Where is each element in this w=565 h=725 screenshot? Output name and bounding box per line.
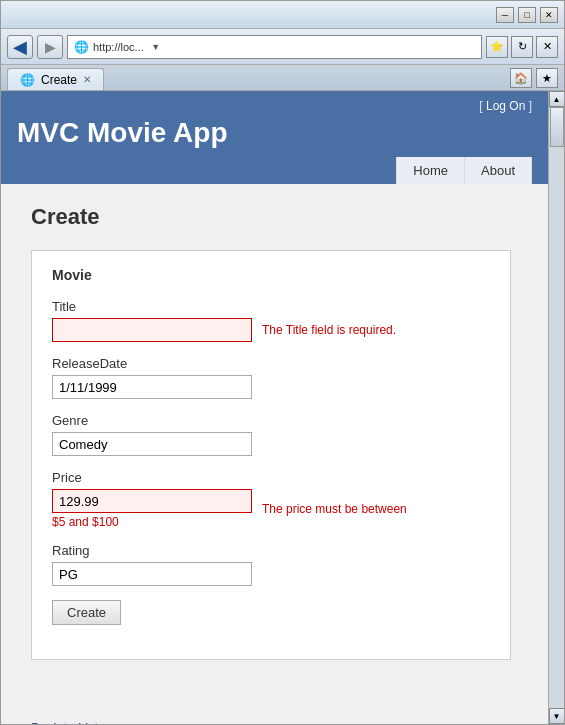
scroll-track[interactable]: [549, 107, 564, 708]
submit-group: Create: [52, 600, 490, 625]
minimize-button[interactable]: ─: [496, 7, 514, 23]
favorites-star-button[interactable]: ★: [536, 68, 558, 88]
field-group-title: Title The Title field is required.: [52, 299, 490, 342]
price-validation-error-below: $5 and $100: [52, 515, 252, 529]
site-header: [ Log On ] MVC Movie App Home About: [1, 91, 548, 184]
scroll-up-button[interactable]: ▲: [549, 91, 565, 107]
back-to-list-link[interactable]: Back to List: [31, 720, 98, 724]
restore-button[interactable]: □: [518, 7, 536, 23]
stop-button[interactable]: ✕: [536, 36, 558, 58]
log-on-link[interactable]: Log On: [486, 99, 525, 113]
form-container: Movie Title The Title field is required.…: [31, 250, 511, 660]
price-validation-error: The price must be between: [262, 502, 407, 516]
browser-right-tabs: 🏠 ★: [510, 68, 558, 90]
page-content: [ Log On ] MVC Movie App Home About Crea…: [1, 91, 564, 724]
nav-bar: Home About: [17, 157, 532, 184]
title-bar-buttons: ─ □ ✕: [496, 7, 558, 23]
page-body: Create Movie Title The Title field is re…: [1, 184, 548, 690]
release-date-label: ReleaseDate: [52, 356, 490, 371]
log-on-bar: [ Log On ]: [17, 99, 532, 113]
favorites-button[interactable]: ⭐: [486, 36, 508, 58]
tab-icon: 🌐: [20, 73, 35, 87]
refresh-button[interactable]: ↻: [511, 36, 533, 58]
price-field-row: $5 and $100 The price must be between: [52, 489, 490, 529]
title-validation-error: The Title field is required.: [262, 323, 396, 337]
scroll-thumb[interactable]: [550, 107, 564, 147]
title-field-row: The Title field is required.: [52, 318, 490, 342]
scrollbar: ▲ ▼: [548, 91, 564, 724]
main-area: [ Log On ] MVC Movie App Home About Crea…: [1, 91, 548, 724]
toolbar-actions: ⭐ ↻ ✕: [486, 36, 558, 58]
price-label: Price: [52, 470, 490, 485]
release-date-input[interactable]: [52, 375, 252, 399]
browser-tab-create[interactable]: 🌐 Create ✕: [7, 68, 104, 90]
log-on-suffix: ]: [525, 99, 532, 113]
tab-title: Create: [41, 73, 77, 87]
address-icon: 🌐: [74, 40, 89, 54]
bottom-section: Back to List: [1, 690, 548, 724]
close-button[interactable]: ✕: [540, 7, 558, 23]
tab-close-icon[interactable]: ✕: [83, 74, 91, 85]
address-dropdown-icon[interactable]: ▼: [148, 42, 164, 52]
form-legend: Movie: [52, 267, 490, 283]
create-button[interactable]: Create: [52, 600, 121, 625]
tab-bar: 🌐 Create ✕ 🏠 ★: [1, 65, 564, 91]
forward-nav-button[interactable]: ▶: [37, 35, 63, 59]
field-group-release-date: ReleaseDate: [52, 356, 490, 399]
toolbar: ◀ ▶ 🌐 http://loc... ▼ ⭐ ↻ ✕: [1, 29, 564, 65]
back-nav-button[interactable]: ◀: [7, 35, 33, 59]
field-group-genre: Genre: [52, 413, 490, 456]
field-group-price: Price $5 and $100 The price must be betw…: [52, 470, 490, 529]
title-input[interactable]: [52, 318, 252, 342]
genre-label: Genre: [52, 413, 490, 428]
genre-field-row: [52, 432, 490, 456]
rating-label: Rating: [52, 543, 490, 558]
rating-field-row: [52, 562, 490, 586]
address-bar[interactable]: 🌐 http://loc... ▼: [67, 35, 482, 59]
address-text: http://loc...: [93, 41, 144, 53]
home-button[interactable]: 🏠: [510, 68, 532, 88]
log-on-prefix: [: [479, 99, 486, 113]
nav-about[interactable]: About: [465, 157, 532, 184]
rating-input[interactable]: [52, 562, 252, 586]
price-input[interactable]: [52, 489, 252, 513]
browser-window: ─ □ ✕ ◀ ▶ 🌐 http://loc... ▼ ⭐ ↻ ✕ 🌐 Crea…: [0, 0, 565, 725]
nav-home[interactable]: Home: [396, 157, 465, 184]
title-bar: ─ □ ✕: [1, 1, 564, 29]
field-group-rating: Rating: [52, 543, 490, 586]
genre-input[interactable]: [52, 432, 252, 456]
release-date-field-row: [52, 375, 490, 399]
title-label: Title: [52, 299, 490, 314]
page-title: Create: [31, 204, 518, 230]
price-error-line2: $5 and $100: [52, 515, 119, 529]
scroll-down-button[interactable]: ▼: [549, 708, 565, 724]
site-title: MVC Movie App: [17, 117, 532, 149]
